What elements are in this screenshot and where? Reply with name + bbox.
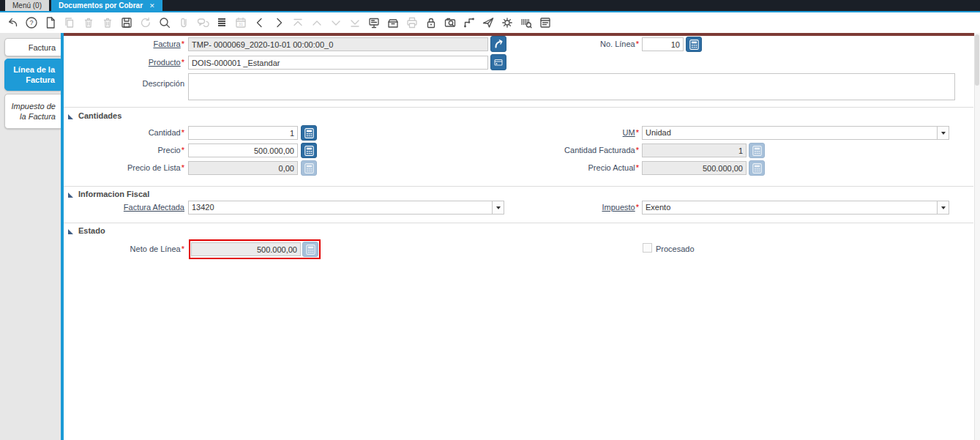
section-separator [64,107,973,108]
svg-text:?: ? [29,19,33,26]
help-icon[interactable]: ? [23,15,39,31]
delete-selection-icon[interactable] [100,15,115,31]
svg-text:31: 31 [238,22,242,26]
search-window-icon [493,56,504,68]
procesado-label: Procesado [656,244,695,254]
precio-field[interactable] [188,143,298,157]
precio-actual-label: Precio Actual* [463,163,639,174]
lock-icon[interactable] [423,15,438,31]
cantidad-facturada-label: Cantidad Facturada* [463,145,639,156]
sidebar-tab-impuesto-de-la-factura[interactable]: Impuesto de la Factura [4,94,61,129]
previous-icon[interactable] [252,15,267,31]
new-record-icon[interactable] [42,15,58,31]
form-panel: Factura* No. Línea* Producto* [64,33,980,440]
precio-label: Precio* [64,145,184,156]
collapse-triangle-icon [68,114,73,119]
neto-de-linea-label: Neto de Línea* [64,244,184,255]
section-separator [64,186,973,187]
request-icon[interactable] [480,15,495,31]
no-linea-field[interactable] [642,37,684,51]
workflow-icon[interactable] [461,15,476,31]
chevron-down-icon[interactable] [937,127,949,139]
precio-calculator-button[interactable] [301,143,317,158]
close-icon[interactable]: ✕ [149,2,155,10]
scrollbar-thumb[interactable] [975,34,979,86]
procesado-checkbox[interactable] [643,243,652,253]
scrollbar[interactable] [974,33,980,440]
first-record-icon[interactable] [290,15,305,31]
toolbar: ?31 [0,12,980,33]
cantidad-calculator-button[interactable] [301,125,317,141]
precio-actual-field [642,161,747,175]
preferences-icon[interactable] [499,15,515,31]
grid-toggle-icon[interactable] [214,15,229,31]
tab-documentos-por-cobrar[interactable]: Documentos por Cobrar ✕ [51,0,162,11]
window-tab-bar: Menú (0) Documentos por Cobrar ✕ [0,0,980,11]
collapse-triangle-icon [68,193,73,198]
calendar-icon[interactable]: 31 [233,15,248,31]
last-record-icon[interactable] [347,15,362,31]
delete-record-icon[interactable] [81,15,96,31]
producto-label: Producto* [64,57,184,68]
find-icon[interactable] [157,15,172,31]
precio-lista-label: Precio de Lista* [64,163,184,174]
cantidad-facturada-calculator-button [749,143,765,158]
no-linea-calculator-button[interactable] [686,37,702,52]
section-header-informacion-fiscal[interactable]: Informacion Fiscal [68,189,149,199]
report-icon[interactable] [537,15,553,31]
descripcion-field[interactable] [188,73,955,100]
print-icon[interactable] [404,15,419,31]
section-header-estado[interactable]: Estado [68,225,105,236]
refresh-icon[interactable] [138,15,153,31]
attachment-icon[interactable] [176,15,191,31]
sidebar-tab-factura[interactable]: Factura [4,38,61,56]
tab-menu[interactable]: Menú (0) [5,0,49,11]
cantidad-facturada-field [642,143,747,157]
producto-search-button[interactable] [490,54,506,70]
factura-label: Factura* [64,39,184,50]
section-separator [64,223,973,223]
zoom-across-icon[interactable] [442,15,457,31]
next-record-icon[interactable] [328,15,343,31]
um-label: UM* [463,127,639,138]
sidebar-tab-impuesto-label: Impuesto de la Factura [7,101,56,122]
cantidad-field[interactable] [188,126,298,140]
precio-lista-field [188,161,298,175]
archive-icon[interactable] [385,15,400,31]
factura-field[interactable] [188,37,488,51]
sidebar-tab-linea-de-la-factura[interactable]: Línea de la Factura [4,59,61,91]
descripcion-label: Descripción [64,78,184,89]
tab-doc-label: Documentos por Cobrar [59,1,143,10]
impuesto-label: Impuesto* [463,202,639,213]
precio-actual-calculator-button [749,160,765,176]
save-icon[interactable] [119,15,134,31]
sidebar-tab-factura-label: Factura [7,42,56,53]
collapse-triangle-icon [68,229,73,234]
chevron-down-icon[interactable] [937,201,949,214]
previous-record-icon[interactable] [309,15,324,31]
factura-afectada-dropdown[interactable]: 13420 [188,201,504,215]
sidebar-tab-linea-label: Línea de la Factura [7,64,55,85]
tab-menu-label: Menú (0) [12,1,42,10]
impuesto-dropdown[interactable]: Exento [642,201,949,215]
sidebar: Factura Línea de la Factura Impuesto de … [0,33,61,440]
neto-de-linea-field [191,242,301,256]
precio-lista-calculator-button [301,160,317,176]
window-body: Factura Línea de la Factura Impuesto de … [0,33,980,440]
neto-de-linea-highlight[interactable] [189,239,321,259]
factura-afectada-label: Factura Afectada [64,202,184,213]
product-info-icon[interactable] [518,15,534,31]
detail-view-icon[interactable] [366,15,381,31]
chat-icon[interactable] [195,15,210,31]
neto-de-linea-calculator-button [302,242,318,257]
next-icon[interactable] [271,15,286,31]
undo-icon[interactable] [4,15,20,31]
section-header-cantidades[interactable]: Cantidades [68,111,121,121]
copy-record-icon[interactable] [61,15,77,31]
no-linea-label: No. Línea* [463,39,639,50]
producto-field[interactable] [188,56,488,70]
cantidad-label: Cantidad* [64,127,184,138]
um-dropdown[interactable]: Unidad [642,126,949,140]
status-strip [64,33,980,36]
